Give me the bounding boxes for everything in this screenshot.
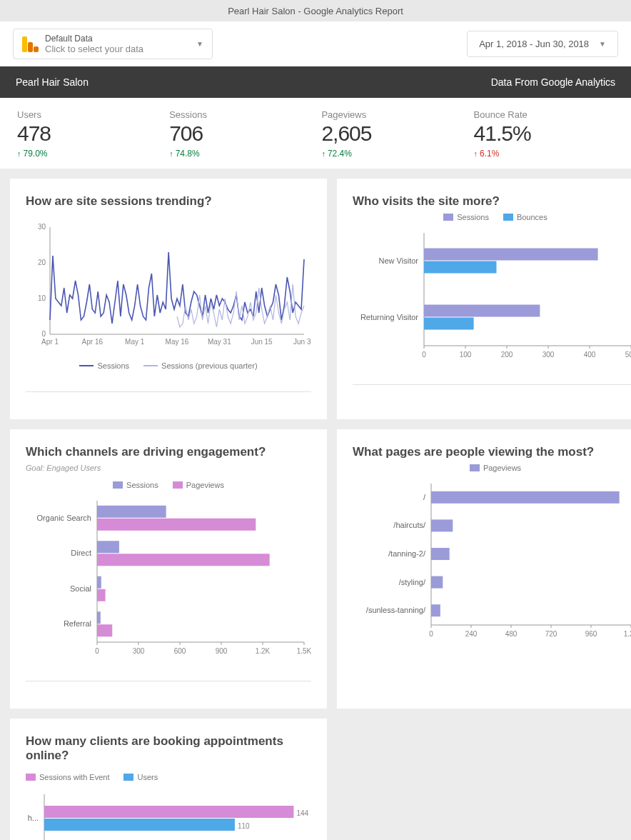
svg-text:10: 10	[38, 294, 46, 302]
legend: Sessions Bounces	[353, 213, 631, 221]
data-source-tag: Data From Google Analytics	[491, 76, 615, 88]
svg-text:20: 20	[38, 259, 46, 266]
svg-text:Jun 30: Jun 30	[293, 338, 311, 346]
svg-text:500: 500	[625, 351, 631, 359]
channels-card: Which channels are driving engagement? G…	[10, 429, 327, 709]
date-range-value: Apr 1, 2018 - Jun 30, 2018	[479, 39, 589, 49]
svg-rect-80	[431, 576, 443, 589]
dashboard-grid: How are site sessions trending? 0102030A…	[0, 169, 631, 840]
legend-swatch	[443, 214, 453, 221]
card-title: What pages are people viewing the most?	[353, 445, 631, 459]
header-bar: Pearl Hair Salon Data From Google Analyt…	[0, 66, 631, 98]
metric-card: Bounce Rate41.5%↑6.1%	[474, 109, 614, 159]
arrow-up-icon: ↑	[169, 149, 173, 158]
sessions-trend-chart: 0102030Apr 1Apr 16May 1May 16May 31Jun 1…	[26, 213, 311, 356]
metric-change: ↑72.4%	[321, 149, 461, 159]
legend-label: Sessions	[457, 213, 489, 221]
legend-label: Pageviews	[186, 481, 224, 489]
svg-rect-32	[424, 318, 474, 330]
svg-text:May 1: May 1	[125, 338, 145, 346]
svg-text:New Visitor: New Visitor	[379, 256, 419, 265]
card-title: How many clients are booking appointment…	[26, 734, 311, 763]
svg-text:200: 200	[501, 351, 513, 359]
svg-text:May 16: May 16	[166, 338, 189, 346]
page-title: Pearl Hair Salon - Google Analytics Repo…	[228, 6, 403, 16]
svg-text:Referral: Referral	[64, 619, 91, 628]
svg-text:/: /	[423, 493, 426, 501]
svg-rect-100	[44, 819, 235, 831]
site-name: Pearl Hair Salon	[16, 76, 89, 88]
svg-text:400: 400	[584, 351, 596, 359]
metric-value: 478	[17, 121, 157, 146]
metric-value: 41.5%	[474, 121, 614, 146]
svg-rect-82	[431, 604, 440, 616]
metric-label: Bounce Rate	[474, 109, 614, 120]
legend-label: Users	[137, 773, 158, 781]
legend-swatch	[470, 464, 480, 471]
legend-label: Bounces	[517, 213, 547, 221]
bookings-chart: 0306090120150h...144110	[26, 789, 311, 840]
svg-text:100: 100	[460, 351, 472, 359]
svg-text:/sunless-tanning/: /sunless-tanning/	[366, 606, 426, 614]
metric-card: Users478↑79.0%	[17, 109, 157, 159]
svg-text:Returning Visitor: Returning Visitor	[360, 313, 418, 321]
svg-text:Direct: Direct	[71, 549, 91, 557]
svg-text:240: 240	[465, 630, 478, 638]
svg-text:1.5K: 1.5K	[297, 647, 311, 655]
card-title: How are site sessions trending?	[26, 194, 311, 209]
metrics-row: Users478↑79.0%Sessions706↑74.8%Pageviews…	[0, 98, 631, 169]
legend: Sessions with Event Users	[26, 773, 311, 781]
svg-text:300: 300	[542, 351, 555, 359]
divider	[26, 391, 311, 392]
sessions-trend-card: How are site sessions trending? 0102030A…	[10, 179, 327, 419]
svg-rect-74	[431, 491, 620, 504]
analytics-icon	[22, 36, 38, 52]
svg-rect-28	[424, 249, 598, 261]
legend-swatch	[26, 774, 36, 781]
date-range-selector[interactable]: Apr 1, 2018 - Jun 30, 2018 ▼	[467, 31, 618, 57]
svg-text:1.2K: 1.2K	[624, 630, 631, 638]
legend-label: Pageviews	[483, 464, 521, 472]
bookings-card: How many clients are booking appointment…	[10, 719, 327, 840]
svg-rect-54	[97, 576, 101, 589]
svg-rect-48	[97, 506, 166, 518]
svg-text:May 31: May 31	[208, 338, 231, 346]
arrow-up-icon: ↑	[474, 149, 478, 158]
svg-text:0: 0	[95, 647, 99, 655]
divider	[26, 681, 311, 681]
svg-text:144: 144	[296, 809, 308, 817]
svg-text:Apr 16: Apr 16	[82, 338, 104, 346]
svg-text:0: 0	[429, 630, 433, 638]
svg-text:Apr 1: Apr 1	[41, 338, 59, 346]
svg-text:30: 30	[38, 223, 46, 231]
svg-text:0: 0	[41, 330, 46, 338]
metric-change: ↑74.8%	[169, 149, 309, 159]
legend-label: Sessions	[97, 361, 129, 370]
legend-swatch	[503, 214, 513, 221]
svg-rect-58	[97, 624, 112, 636]
svg-text:600: 600	[174, 647, 186, 655]
svg-text:110: 110	[238, 822, 250, 830]
card-title: Who visits the site more?	[353, 194, 631, 209]
legend: Sessions Pageviews	[26, 481, 311, 489]
channels-chart: 03006009001.2K1.5KOrganic SearchDirectSo…	[26, 495, 311, 659]
svg-text:/styling/: /styling/	[399, 578, 426, 586]
metric-change: ↑6.1%	[474, 149, 614, 159]
svg-rect-49	[97, 519, 256, 531]
svg-rect-29	[424, 261, 497, 274]
data-source-sublabel: Click to select your data	[45, 44, 143, 54]
metric-label: Users	[17, 109, 157, 120]
data-source-selector[interactable]: Default Data Click to select your data ▼	[13, 29, 213, 59]
visitors-chart: 0100200300400500New VisitorReturning Vis…	[353, 227, 631, 363]
metric-change: ↑79.0%	[17, 149, 157, 159]
legend: Pageviews	[353, 464, 631, 472]
svg-text:Organic Search: Organic Search	[37, 514, 91, 522]
svg-text:300: 300	[133, 647, 145, 655]
metric-label: Sessions	[169, 109, 309, 120]
data-source-label: Default Data	[45, 34, 143, 44]
svg-text:Social: Social	[70, 584, 91, 593]
legend-label: Sessions (previous quarter)	[161, 361, 258, 370]
legend-swatch	[143, 365, 158, 366]
legend-swatch	[123, 774, 133, 781]
card-subtitle: Goal: Engaged Users	[26, 464, 311, 472]
